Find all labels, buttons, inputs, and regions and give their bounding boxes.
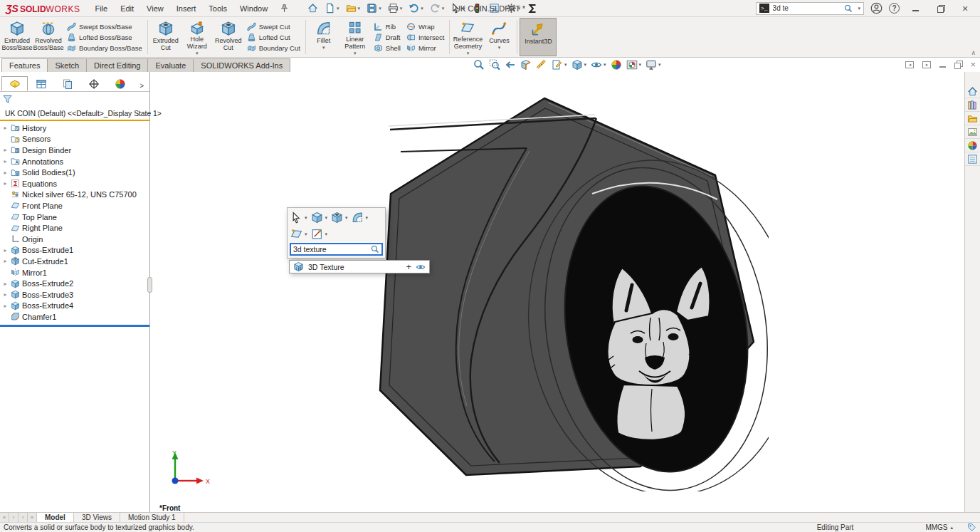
- menu-insert[interactable]: Insert: [170, 1, 203, 16]
- dimxpertmanager-tab[interactable]: [80, 76, 107, 91]
- tree-item-chamfer1[interactable]: Chamfer1: [0, 311, 149, 323]
- nav-next-icon[interactable]: ›: [19, 513, 28, 522]
- fillet-button[interactable]: Fillet ▾: [308, 18, 339, 56]
- appearances-scenes-decals-tab[interactable]: [965, 139, 980, 152]
- panel-splitter-handle[interactable]: [147, 277, 152, 293]
- tree-item-front-plane[interactable]: Front Plane: [0, 200, 149, 212]
- dropdown-icon[interactable]: ▾: [400, 6, 403, 11]
- tree-filter[interactable]: [0, 92, 149, 106]
- shell-button[interactable]: Shell: [371, 43, 404, 53]
- expander-icon[interactable]: ▸: [2, 158, 9, 165]
- lofted-boss-base-button[interactable]: Lofted Boss/Base: [64, 32, 145, 43]
- menu-file[interactable]: File: [88, 1, 114, 16]
- draft-button[interactable]: Draft: [371, 32, 404, 43]
- menu-tools[interactable]: Tools: [202, 1, 233, 16]
- lofted-cut-button[interactable]: Lofted Cut: [244, 32, 303, 43]
- menu-view[interactable]: View: [140, 1, 170, 16]
- dropdown-icon[interactable]: ▾: [467, 51, 470, 56]
- dropdown-icon[interactable]: ▾: [498, 45, 501, 51]
- instant3d-button[interactable]: Instant3D: [520, 18, 557, 56]
- rollback-bar[interactable]: [0, 325, 149, 327]
- undo-button[interactable]: ▾: [406, 1, 426, 15]
- dropdown-icon[interactable]: ▾: [305, 215, 307, 221]
- revolved-cut-button[interactable]: Revolved Cut: [213, 18, 244, 56]
- dropdown-icon[interactable]: ▾: [604, 62, 606, 68]
- minimize-button[interactable]: [906, 4, 924, 14]
- expander-icon[interactable]: ▸: [2, 281, 9, 287]
- extruded-cut-button[interactable]: Extruded Cut: [150, 18, 181, 56]
- dropdown-icon[interactable]: ▾: [325, 215, 328, 221]
- extruded-boss-base-button[interactable]: Extruded Boss/Base: [1, 18, 33, 56]
- extruded-cut-button[interactable]: [330, 211, 344, 224]
- tab-direct-editing[interactable]: Direct Editing: [86, 58, 148, 72]
- new-document-button[interactable]: ▾: [322, 1, 342, 15]
- apply-scene-icon[interactable]: ▾: [625, 58, 643, 71]
- menu-window[interactable]: Window: [233, 1, 274, 16]
- show-command-eye-icon[interactable]: [416, 262, 426, 272]
- redo-button[interactable]: ▾: [427, 1, 448, 15]
- linear-pattern-button[interactable]: Linear Pattern ▾: [339, 18, 371, 56]
- revolved-boss-base-button[interactable]: Revolved Boss/Base: [33, 18, 64, 56]
- expander-icon[interactable]: ▸: [2, 147, 9, 153]
- custom-properties-tab[interactable]: [965, 152, 980, 166]
- command-search[interactable]: >_ ▾: [756, 2, 864, 15]
- edit-appearance-icon[interactable]: [609, 58, 623, 71]
- tab-evaluate[interactable]: Evaluate: [147, 58, 194, 72]
- tree-item-design-binder[interactable]: ▸Design Binder: [0, 145, 149, 156]
- tree-item-boss-extrude3[interactable]: ▸Boss-Extrude3: [0, 289, 149, 301]
- section-view-icon[interactable]: [519, 58, 533, 71]
- tree-item-boss-extrude4[interactable]: ▸Boss-Extrude4: [0, 301, 149, 312]
- displaymanager-tab[interactable]: [107, 76, 133, 91]
- rib-button[interactable]: Rib: [371, 21, 404, 32]
- tab-solidworks-add-ins[interactable]: SOLIDWORKS Add-Ins: [193, 58, 290, 72]
- command-search-input[interactable]: [773, 4, 841, 12]
- tab-model[interactable]: Model: [37, 513, 74, 522]
- expander-icon[interactable]: ▸: [2, 258, 9, 264]
- dropdown-icon[interactable]: ▾: [325, 231, 328, 237]
- nav-last-icon[interactable]: »: [28, 513, 37, 522]
- doc-minimize-button[interactable]: [939, 61, 946, 69]
- tree-item-solid-bodies[interactable]: ▸Solid Bodies(1): [0, 167, 149, 178]
- print-button[interactable]: ▾: [385, 1, 406, 15]
- view-settings-icon[interactable]: ▾: [644, 58, 663, 71]
- tree-item-history[interactable]: ▸History: [0, 122, 149, 134]
- pane-expand-icon[interactable]: >: [139, 82, 148, 91]
- dropdown-icon[interactable]: ▾: [639, 62, 642, 68]
- search-icon[interactable]: [371, 245, 379, 254]
- restore-button[interactable]: [931, 4, 949, 14]
- swept-boss-base-button[interactable]: Swept Boss/Base: [64, 21, 145, 32]
- dropdown-icon[interactable]: ▾: [337, 6, 339, 11]
- previous-view-icon[interactable]: [503, 58, 517, 71]
- design-library-tab[interactable]: [965, 98, 980, 112]
- tree-item-cut-extrude1[interactable]: ▸Cut-Extrude1: [0, 256, 149, 267]
- search-icon[interactable]: [844, 4, 853, 13]
- expander-icon[interactable]: ▸: [2, 291, 9, 298]
- help-icon[interactable]: ?: [889, 3, 900, 14]
- pane-right-toggle-icon[interactable]: ▸: [922, 61, 931, 68]
- search-result-3d-texture[interactable]: 3D Texture +: [289, 260, 430, 273]
- zoom-to-fit-icon[interactable]: [472, 58, 486, 71]
- reference-geometry-button[interactable]: [290, 227, 303, 241]
- coin-3d-model[interactable]: [342, 78, 769, 491]
- tree-item-annotations[interactable]: ▸Annotations: [0, 156, 149, 167]
- dropdown-icon[interactable]: ▾: [379, 6, 381, 11]
- dropdown-icon[interactable]: ▾: [442, 6, 445, 11]
- open-document-button[interactable]: ▾: [343, 1, 364, 15]
- home-button[interactable]: [305, 1, 321, 15]
- tree-item-sensors[interactable]: Sensors: [0, 134, 149, 145]
- hide-show-items-icon[interactable]: ▾: [550, 58, 569, 71]
- nav-first-icon[interactable]: «: [0, 513, 9, 522]
- tab-3d-views[interactable]: 3D Views: [74, 513, 120, 522]
- dropdown-icon[interactable]: ▾: [421, 6, 423, 11]
- tree-item-material[interactable]: Nickel silver 65-12, UNS C75700: [0, 189, 149, 201]
- expander-icon[interactable]: ▸: [2, 125, 9, 131]
- view-palette-tab[interactable]: [965, 125, 980, 139]
- doc-close-button[interactable]: ×: [970, 59, 976, 70]
- reference-geometry-button[interactable]: Reference Geometry ▾: [452, 18, 483, 56]
- swept-cut-button[interactable]: Swept Cut: [244, 21, 303, 32]
- tree-root-item[interactable]: UK COIN (Default) <<Default>_Display Sta…: [0, 108, 149, 119]
- dropdown-icon[interactable]: ▾: [366, 215, 369, 221]
- display-style-icon[interactable]: ▾: [589, 58, 608, 71]
- dynamic-annotation-views-icon[interactable]: [534, 58, 549, 71]
- tree-item-mirror1[interactable]: Mirror1: [0, 267, 149, 278]
